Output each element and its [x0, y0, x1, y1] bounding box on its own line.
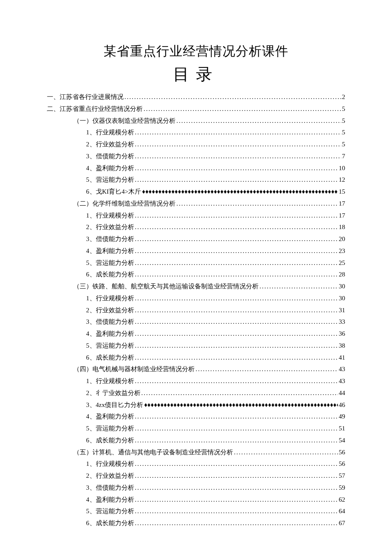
toc-leader: [124, 91, 341, 103]
toc-leader: [134, 352, 338, 364]
toc-entry: 二、江苏省重点行业经营情况分析5: [47, 103, 345, 115]
toc-leader: [233, 447, 338, 459]
toc-entry: 5、营运能力分析38: [47, 340, 345, 352]
toc-leader: [259, 281, 338, 293]
toc-entry-page: 62: [338, 494, 345, 506]
toc-entry-label: 4、盈利能力分析: [86, 245, 134, 257]
toc-entry-page: 51: [338, 423, 345, 435]
toc-entry-page: 33: [338, 316, 345, 328]
toc-leader: [134, 517, 338, 529]
toc-entry: 4、盈利能力分析62: [47, 494, 345, 506]
toc-entry: 3、偿债能力分析20: [47, 233, 345, 245]
toc-entry-label: 5、营运能力分析: [86, 506, 134, 517]
toc-entry: 2、行业效益分析31: [47, 305, 345, 317]
toc-entry-page: 23: [338, 245, 345, 257]
toc-entry-page: 17: [338, 198, 345, 210]
toc-entry-label: 3、4zx债目匕力分析: [86, 399, 143, 411]
toc-entry-page: 12: [338, 174, 345, 186]
toc-leader: [134, 435, 338, 447]
toc-entry-label: 5、营运能力分析: [86, 423, 134, 435]
toc-entry: 4、盈利能力分析23: [47, 245, 345, 257]
toc-entry-page: 30: [338, 281, 345, 293]
toc-entry-page: 25: [338, 257, 345, 269]
toc-entry-page: 31: [338, 305, 345, 317]
toc-entry: 3、4zx债目匕力分析46: [47, 399, 345, 411]
toc-entry-label: 6、成长能力分析: [86, 517, 134, 529]
toc-entry-label: 4、盈利能力分析: [86, 163, 134, 174]
toc-entry: 4、盈利能力分析49: [47, 411, 345, 423]
toc-entry-page: 49: [338, 411, 345, 423]
toc-entry-label: 3、偿债能力分析: [86, 316, 134, 328]
toc-leader: [134, 269, 338, 281]
toc-entry-label: 1、行业规模分析: [86, 458, 134, 470]
toc-entry-page: 10: [338, 163, 345, 174]
toc-entry: 4、盈利能力分析36: [47, 328, 345, 340]
toc-entry: 6、成长能力分析28: [47, 269, 345, 281]
toc-entry-label: 2、行业效益分析: [86, 221, 134, 233]
toc-entry-page: 67: [338, 517, 345, 529]
toc-entry: 5、营运能力分析25: [47, 257, 345, 269]
toc-leader: [134, 257, 338, 269]
toc-entry-page: 18: [338, 221, 345, 233]
toc-entry-page: 5: [341, 127, 346, 139]
toc-entry: 1、行业规模分析56: [47, 458, 345, 470]
toc-entry-page: 41: [338, 352, 345, 364]
toc-entry: 5、营运能力分析51: [47, 423, 345, 435]
toc-entry-label: 2、行业效益分析: [86, 305, 134, 317]
toc-leader: [134, 163, 338, 174]
toc-entry: 2、彳亍业效益分析44: [47, 387, 345, 399]
toc-leader: [134, 316, 338, 328]
toc-entry-label: 2、彳亍业效益分析: [86, 387, 141, 399]
toc-entry: 4、盈利能力分析10: [47, 163, 345, 174]
toc-entry: 6、戈KI育匕4>木斤15: [47, 186, 345, 198]
toc-leader: [134, 233, 338, 245]
toc-entry-page: 56: [338, 447, 345, 459]
toc-leader: [134, 127, 341, 139]
toc-entry-label: 6、成长能力分析: [86, 269, 134, 281]
toc-leader: [134, 245, 338, 257]
toc-entry-label: 5、营运能力分析: [86, 257, 134, 269]
toc-entry: （四）电气机械与器材制造业经营情况分析43: [47, 363, 345, 375]
toc-entry-page: 36: [338, 328, 345, 340]
toc-entry: （一）仪器仪表制造业经营情况分析5: [47, 115, 345, 127]
toc-leader: [134, 221, 338, 233]
toc-entry-label: 1、行业规模分析: [86, 293, 134, 305]
toc-leader: [134, 139, 341, 151]
toc-entry-label: 6、戈KI育匕4>木斤: [86, 186, 141, 198]
toc-leader: [143, 399, 338, 411]
toc-leader: [134, 423, 338, 435]
toc-entry: 2、行业效益分析5: [47, 139, 345, 151]
toc-leader: [134, 482, 338, 494]
toc-leader: [134, 174, 338, 186]
toc-entry-page: 44: [338, 387, 345, 399]
toc-entry-label: 2、行业效益分析: [86, 470, 134, 482]
toc-entry-label: 3、偿债能力分析: [86, 482, 134, 494]
toc-entry-label: （三）铁路、船舶、航空航天与其他运输设备制造业经营情况分析: [73, 281, 259, 293]
toc-leader: [143, 103, 341, 115]
toc-entry-label: 6、成长能力分析: [86, 435, 134, 447]
toc-entry: 1、行业规模分析30: [47, 293, 345, 305]
toc-leader: [134, 340, 338, 352]
toc-entry-page: 17: [338, 210, 345, 222]
toc-entry-page: 59: [338, 482, 345, 494]
toc-entry-page: 7: [341, 151, 346, 163]
toc-entry: 5、营运能力分析12: [47, 174, 345, 186]
toc-leader: [141, 186, 338, 198]
toc-entry-label: 1、行业规模分析: [86, 127, 134, 139]
toc-entry-page: 2: [341, 91, 346, 103]
toc-entry-page: 38: [338, 340, 345, 352]
toc-leader: [134, 210, 338, 222]
toc-entry: 6、成长能力分析41: [47, 352, 345, 364]
toc-entry-label: 1、行业规模分析: [86, 210, 134, 222]
toc-entry-page: 43: [338, 375, 345, 387]
toc-entry-page: 28: [338, 269, 345, 281]
toc-entry: （二）化学纤维制造业经营情况分析17: [47, 198, 345, 210]
toc-entry: 5、营运能力分析64: [47, 506, 345, 517]
toc-entry-label: 2、行业效益分析: [86, 139, 134, 151]
toc-leader: [176, 115, 341, 127]
document-title: 某省重点行业经营情况分析课件: [47, 43, 345, 60]
toc-leader: [134, 506, 338, 517]
toc-entry-label: 4、盈利能力分析: [86, 411, 134, 423]
toc-entry: 3、偿债能力分析7: [47, 151, 345, 163]
toc-entry-page: 54: [338, 435, 345, 447]
